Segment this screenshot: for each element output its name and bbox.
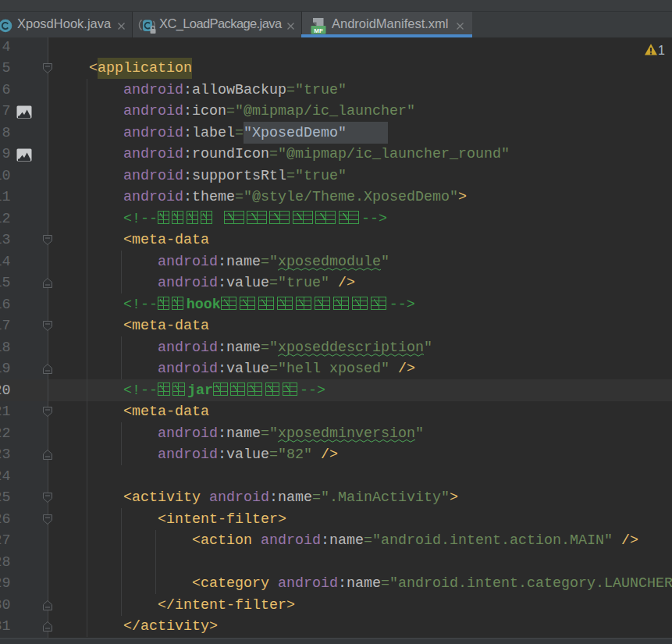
svg-text:MF: MF (314, 27, 323, 34)
